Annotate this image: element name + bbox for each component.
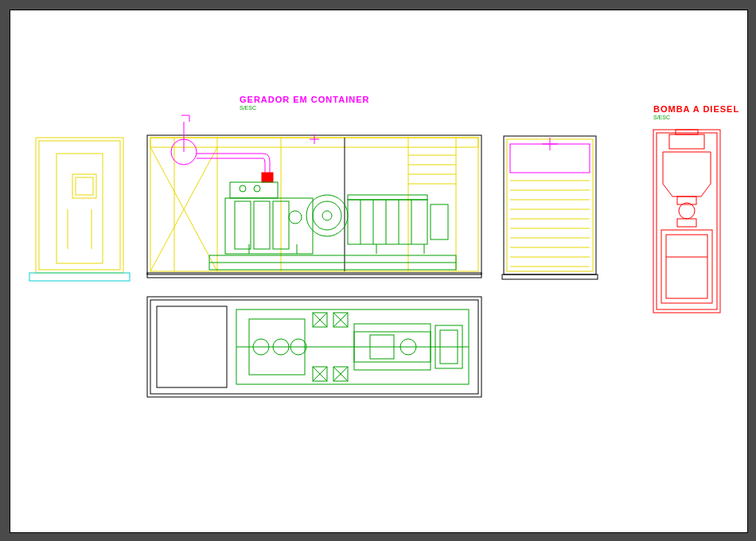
svg-rect-57	[507, 139, 593, 271]
svg-point-38	[289, 211, 302, 224]
diesel-pump	[653, 130, 720, 313]
svg-rect-56	[504, 136, 596, 274]
cad-drawing	[10, 10, 747, 532]
svg-rect-28	[262, 173, 273, 182]
svg-rect-99	[653, 130, 720, 313]
svg-rect-106	[661, 230, 712, 303]
svg-rect-33	[225, 198, 313, 254]
svg-rect-102	[676, 130, 698, 134]
svg-rect-105	[677, 219, 696, 227]
svg-rect-71	[502, 274, 598, 279]
svg-rect-9	[147, 273, 481, 278]
drawing-canvas[interactable]: GERADOR EM CONTAINER S/ESC BOMBA A DIESE…	[10, 10, 748, 533]
svg-rect-100	[657, 133, 717, 309]
svg-point-42	[313, 201, 341, 230]
svg-rect-4	[76, 177, 93, 195]
svg-rect-51	[431, 204, 448, 239]
plan-view	[147, 297, 481, 397]
left-end-view	[29, 138, 130, 281]
svg-point-39	[240, 185, 246, 192]
svg-rect-0	[36, 138, 123, 273]
svg-rect-107	[666, 235, 707, 298]
right-end-view	[502, 136, 598, 279]
svg-rect-10	[150, 138, 478, 271]
svg-rect-1	[39, 141, 120, 270]
side-elevation	[147, 115, 481, 278]
svg-rect-36	[254, 201, 270, 249]
svg-rect-35	[235, 201, 251, 249]
svg-rect-2	[57, 154, 103, 263]
svg-point-104	[679, 203, 695, 219]
svg-rect-45	[348, 195, 427, 200]
svg-rect-7	[29, 273, 130, 281]
svg-rect-101	[669, 134, 704, 149]
svg-rect-44	[348, 200, 427, 244]
svg-point-43	[322, 211, 332, 220]
svg-rect-74	[157, 306, 227, 387]
svg-point-40	[254, 185, 260, 192]
